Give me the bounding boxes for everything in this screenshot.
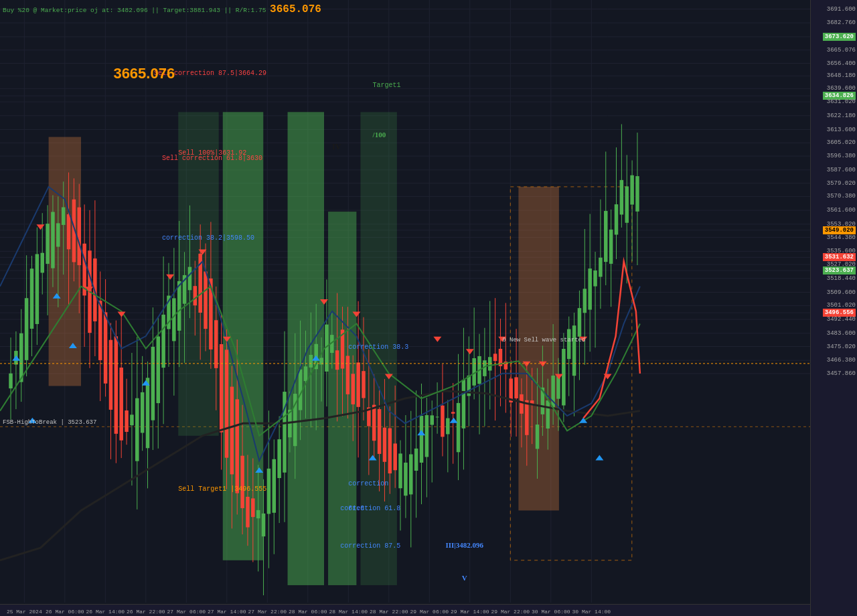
price-label: 3483.600 — [827, 330, 856, 337]
time-label: 29 Mar 06:00 — [410, 609, 449, 615]
chart-canvas — [0, 0, 857, 616]
time-label: 29 Mar 14:00 — [451, 609, 489, 615]
price-label: 3523.637 — [823, 266, 856, 275]
time-label: 30 Mar 06:00 — [532, 609, 570, 615]
price-label: 3682.760 — [827, 19, 856, 26]
time-label: 27 Mar 06:00 — [167, 609, 206, 615]
price-label: 3579.020 — [827, 180, 856, 187]
time-label: 25 Mar 2024 — [7, 609, 42, 615]
price-label: 3596.380 — [827, 153, 856, 159]
time-axis: 25 Mar 202426 Mar 06:0026 Mar 14:0026 Ma… — [0, 604, 810, 616]
price-axis: 3691.6003682.7603673.6203665.0763656.400… — [810, 0, 857, 616]
price-label: 3570.380 — [827, 193, 856, 200]
price-label: 3613.600 — [827, 127, 856, 133]
time-label: 26 Mar 14:00 — [86, 609, 125, 615]
price-label: 3691.600 — [827, 6, 856, 13]
price-label: 3544.380 — [827, 234, 856, 241]
price-label: 3605.020 — [827, 139, 856, 146]
price-label: 3648.180 — [827, 72, 856, 79]
time-label: 28 Mar 14:00 — [329, 609, 368, 615]
time-label: 29 Mar 22:00 — [491, 609, 530, 615]
price-label: 3639.600 — [827, 85, 856, 92]
time-label: 30 Mar 14:00 — [572, 609, 611, 615]
time-label: 28 Mar 22:00 — [370, 609, 408, 615]
price-label: 3475.020 — [827, 343, 856, 350]
price-label: 3501.020 — [827, 302, 856, 309]
time-label: 27 Mar 22:00 — [248, 609, 287, 615]
price-label: 3531.632 — [823, 253, 856, 261]
chart-container: Buy %20 @ Market:price oj at: 3482.096 |… — [0, 0, 857, 616]
price-label: 3518.440 — [827, 275, 856, 282]
price-label: 3549.020 — [823, 226, 856, 234]
price-label: 3673.620 — [823, 33, 856, 41]
time-label: 27 Mar 14:00 — [208, 609, 246, 615]
price-label: 3457.860 — [827, 370, 856, 377]
time-label: 26 Mar 06:00 — [46, 609, 84, 615]
price-label: 3492.440 — [827, 316, 856, 323]
price-label: 3656.400 — [827, 60, 856, 67]
time-label: 28 Mar 06:00 — [289, 609, 327, 615]
price-label: 3622.180 — [827, 112, 856, 119]
price-label: 3466.380 — [827, 357, 856, 364]
time-label: 26 Mar 22:00 — [127, 609, 165, 615]
price-label: 3587.600 — [827, 167, 856, 173]
price-label: 3665.076 — [827, 47, 856, 54]
price-label: 3561.600 — [827, 207, 856, 214]
price-label: 3509.600 — [827, 289, 856, 296]
price-label: 3631.020 — [827, 98, 856, 105]
